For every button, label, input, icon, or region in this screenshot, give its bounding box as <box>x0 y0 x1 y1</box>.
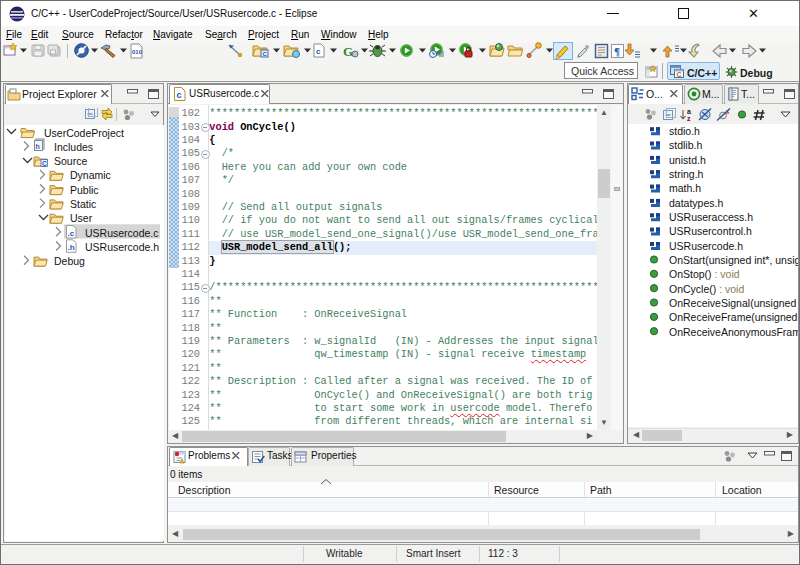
svg-text:h: h <box>36 143 40 150</box>
svg-text:C: C <box>42 160 47 167</box>
svg-text:C: C <box>263 51 268 57</box>
svg-text:010: 010 <box>132 49 143 55</box>
svg-text:c: c <box>316 47 321 56</box>
svg-text:a: a <box>687 108 691 115</box>
svg-text:C: C <box>677 71 682 78</box>
svg-text:c: c <box>177 90 182 100</box>
svg-text:G: G <box>343 44 353 59</box>
svg-text:¶: ¶ <box>614 45 620 57</box>
svg-text:z: z <box>687 115 691 122</box>
